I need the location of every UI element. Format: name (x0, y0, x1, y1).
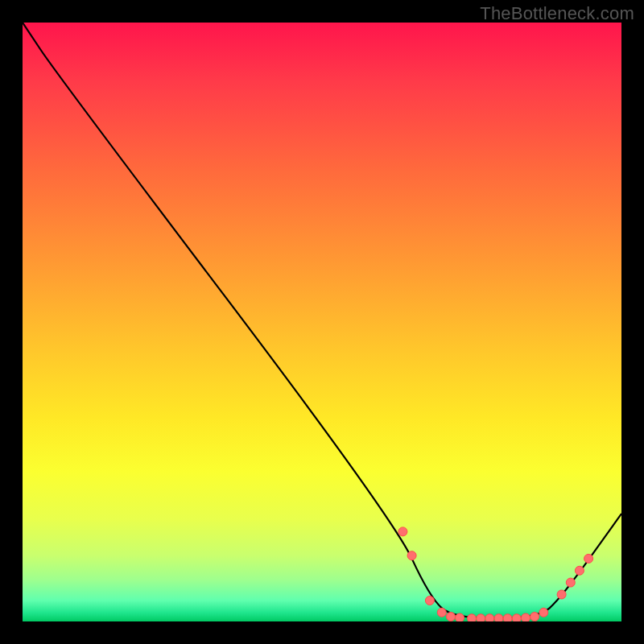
data-marker (557, 590, 566, 599)
data-marker (437, 608, 446, 617)
chart-svg (23, 23, 621, 621)
data-marker (425, 597, 434, 605)
data-marker (407, 551, 416, 560)
bottleneck-curve (23, 23, 621, 618)
data-markers (398, 527, 593, 621)
chart-frame: TheBottleneck.com (0, 0, 644, 644)
plot-area (23, 23, 621, 621)
data-marker (522, 613, 530, 621)
data-marker (485, 614, 494, 621)
data-marker (468, 614, 477, 621)
data-marker (398, 527, 407, 536)
data-marker (477, 614, 485, 621)
data-marker (575, 566, 584, 575)
data-marker (539, 608, 548, 617)
data-marker (512, 614, 521, 621)
data-marker (503, 614, 512, 621)
data-marker (530, 613, 539, 621)
data-marker (494, 614, 503, 621)
data-marker (584, 554, 593, 563)
data-marker (447, 613, 456, 621)
watermark-text: TheBottleneck.com (480, 3, 634, 24)
data-marker (566, 578, 575, 587)
data-marker (456, 613, 464, 621)
